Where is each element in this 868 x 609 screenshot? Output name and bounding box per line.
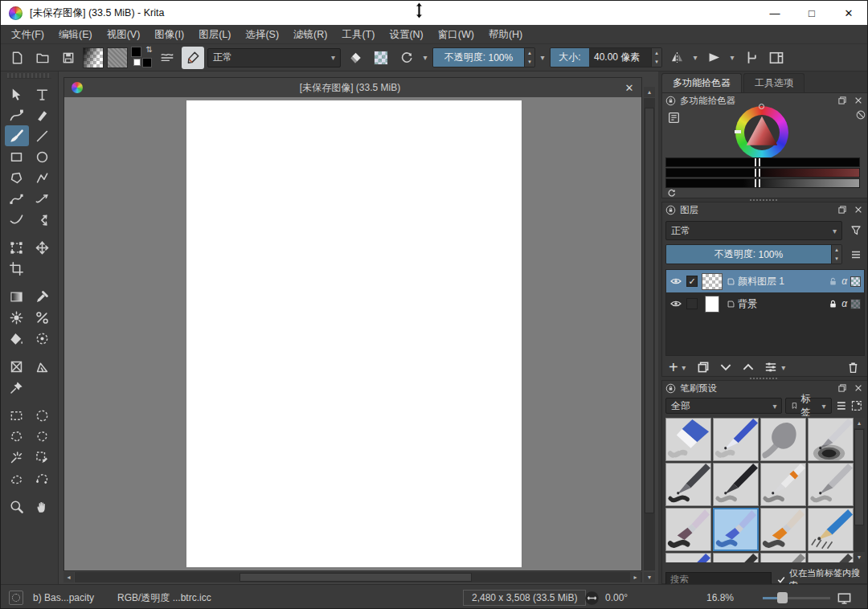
pattern-swatch-button[interactable] — [107, 47, 128, 68]
fit-to-screen-icon[interactable] — [837, 585, 852, 609]
brush-scroll-thumb[interactable] — [854, 429, 864, 525]
chevron-down-icon[interactable]: ▾ — [421, 53, 429, 62]
layer-checkbox[interactable]: ✓ — [686, 276, 698, 287]
choose-brush-preset-button[interactable] — [156, 47, 178, 69]
value-bar-2[interactable] — [665, 168, 860, 178]
tool-measure[interactable] — [31, 356, 55, 377]
chevron-down-icon[interactable]: ▾ — [680, 363, 688, 372]
tool-polygon[interactable] — [5, 167, 29, 188]
background-color[interactable] — [142, 58, 152, 67]
maximize-button[interactable]: □ — [793, 1, 830, 25]
status-zoom-level[interactable]: 16.8% — [706, 585, 734, 609]
tool-smart-patch[interactable] — [31, 307, 55, 328]
tool-line[interactable] — [31, 125, 55, 146]
layer-options-button[interactable] — [847, 248, 865, 261]
foreground-background-colors[interactable]: ⇅ — [131, 47, 153, 68]
menu-item-5[interactable]: 选择(S) — [238, 25, 286, 44]
preserve-alpha-button[interactable] — [370, 47, 392, 69]
layer-row-background[interactable]: 背景 α — [666, 292, 864, 315]
tab-tool-options[interactable]: 工具选项 — [743, 73, 805, 92]
layer-filter-button[interactable] — [847, 224, 865, 237]
horizontal-scroll-thumb[interactable] — [240, 573, 472, 582]
zoom-slider-handle[interactable] — [777, 592, 788, 603]
tool-assistants[interactable] — [5, 356, 29, 377]
size-spinner[interactable]: ▴▾ — [651, 48, 661, 67]
tool-reference-images[interactable] — [5, 377, 29, 398]
scroll-left-button[interactable]: ◂ — [63, 572, 74, 582]
tag-button[interactable]: 标签▾ — [785, 398, 831, 414]
visibility-eye-icon[interactable] — [669, 297, 682, 310]
brush-preview-icon[interactable] — [9, 585, 23, 609]
delete-layer-button[interactable] — [846, 361, 860, 374]
menu-item-4[interactable]: 图层(L) — [191, 25, 238, 44]
menu-item-8[interactable]: 设置(N) — [382, 25, 430, 44]
brush-preset-tile-7[interactable] — [808, 463, 854, 506]
close-docker-icon[interactable] — [854, 383, 863, 393]
layer-properties-button[interactable] — [764, 360, 778, 374]
minimize-button[interactable]: — — [756, 1, 793, 25]
menu-item-9[interactable]: 窗口(W) — [431, 25, 481, 44]
tool-rect-select[interactable] — [5, 405, 29, 426]
subwindow-close-button[interactable]: ✕ — [617, 82, 641, 94]
close-docker-icon[interactable] — [854, 205, 863, 215]
float-docker-icon[interactable] — [837, 96, 847, 105]
tool-crop[interactable] — [5, 258, 29, 279]
close-docker-icon[interactable] — [854, 96, 863, 105]
brush-filter-dropdown[interactable]: 全部▾ — [665, 398, 782, 414]
tool-bezier-select[interactable] — [5, 468, 29, 488]
tool-ellipse[interactable] — [31, 146, 55, 167]
layer-blending-dropdown[interactable]: 正常▾ — [665, 221, 842, 240]
tool-colorize-mask[interactable] — [5, 307, 29, 328]
tool-polyline[interactable] — [31, 167, 55, 188]
choose-workspace-button[interactable] — [765, 47, 788, 69]
tool-rectangle[interactable] — [5, 146, 29, 167]
selector-settings-icon[interactable] — [667, 111, 681, 125]
brush-scrollbar[interactable]: ▴ ▾ — [854, 418, 865, 562]
move-layer-down-button[interactable] — [719, 360, 733, 374]
tool-color-sampler[interactable] — [31, 286, 55, 307]
brush-preset-tile-10[interactable] — [760, 508, 806, 551]
tool-pan[interactable] — [31, 496, 55, 517]
horizontal-scrollbar[interactable] — [75, 572, 642, 582]
tool-move[interactable] — [31, 237, 55, 258]
status-color-profile[interactable]: RGB/透明度 ...btrc.icc — [117, 585, 211, 609]
menu-item-2[interactable]: 视图(V) — [100, 25, 148, 44]
value-bar-1[interactable] — [665, 157, 860, 167]
swap-colors-icon[interactable]: ⇅ — [146, 45, 153, 54]
opacity-slider[interactable]: 不透明度: 100% ▴▾ — [432, 47, 535, 67]
brush-preset-tile-12[interactable] — [665, 553, 711, 562]
tool-magnetic-select[interactable] — [31, 468, 55, 488]
brush-scroll-down[interactable]: ▾ — [854, 552, 865, 562]
chevron-down-icon[interactable]: ▾ — [780, 363, 788, 372]
tool-similar-select[interactable] — [5, 447, 29, 468]
save-button[interactable] — [57, 47, 80, 69]
brush-preset-tile-1[interactable] — [713, 418, 759, 461]
lock-icon[interactable] — [828, 299, 838, 309]
lock-docker-icon[interactable] — [665, 205, 676, 215]
brush-preset-tile-13[interactable] — [713, 553, 759, 562]
opacity-spinner[interactable]: ▴▾ — [524, 48, 534, 67]
layer-thumbnail[interactable] — [705, 296, 719, 313]
menu-item-7[interactable]: 工具(T) — [334, 25, 382, 44]
tool-freehand-select[interactable] — [31, 426, 55, 447]
brush-preset-tile-2[interactable] — [760, 418, 806, 461]
tool-transform[interactable] — [5, 237, 29, 258]
add-layer-button[interactable]: + — [669, 361, 678, 374]
brush-preset-tile-4[interactable] — [665, 463, 711, 506]
tool-ellipse-select[interactable] — [31, 405, 55, 426]
menu-item-0[interactable]: 文件(F) — [4, 25, 51, 44]
wrap-around-button[interactable] — [702, 47, 725, 69]
brush-preset-tile-6[interactable] — [760, 463, 806, 506]
reload-preset-button[interactable] — [395, 47, 418, 69]
menu-item-10[interactable]: 帮助(H) — [481, 25, 530, 44]
tool-bezier-curve[interactable] — [5, 188, 29, 209]
layer-thumbnail[interactable] — [702, 273, 723, 290]
tool-edit-shapes[interactable] — [5, 104, 29, 125]
chevron-down-icon[interactable]: ▾ — [728, 53, 736, 62]
foreground-color[interactable] — [131, 47, 141, 57]
canvas-rotation-icon[interactable] — [584, 585, 600, 609]
new-document-button[interactable] — [6, 47, 28, 69]
menu-item-1[interactable]: 编辑(E) — [51, 25, 100, 44]
refresh-history-icon[interactable] — [666, 188, 677, 198]
brush-preset-tile-8[interactable] — [665, 508, 711, 551]
